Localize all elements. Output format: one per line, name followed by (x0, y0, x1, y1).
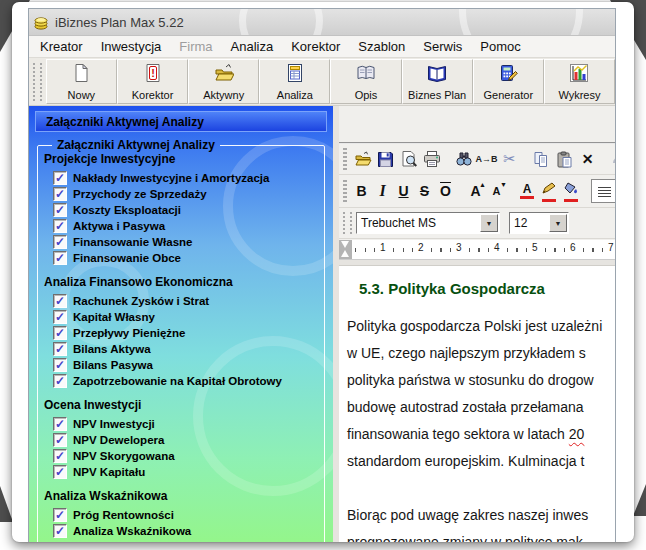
generator-button[interactable]: Generator (473, 59, 544, 104)
check-icon: ✓ (55, 313, 65, 322)
print-preview-button[interactable] (397, 148, 420, 170)
checkbox-row-npv-inwestycji[interactable]: ✓ NPV Inwestycji (53, 416, 318, 432)
strikethrough-button[interactable]: S (414, 180, 435, 202)
document-area[interactable]: 5.3. Polityka Gospodarcza Polityka gospo… (339, 266, 615, 542)
checkbox[interactable]: ✓ (53, 508, 67, 522)
checkbox-row-bilans-pasywa[interactable]: ✓ Bilans Pasywa (53, 357, 318, 373)
bold-button[interactable]: B (351, 180, 372, 202)
chevron-down-icon[interactable]: ▼ (480, 214, 498, 232)
menu-pomoc[interactable]: Pomoc (471, 39, 529, 54)
checkbox-row-koszty[interactable]: ✓ Koszty Eksploatacji (53, 202, 318, 218)
ruler-margin-marker[interactable] (339, 240, 352, 259)
attachments-groupbox: Załączniki Aktywnej Analizy Projekcje In… (37, 138, 325, 542)
checkbox-row-naklady[interactable]: ✓ Nakłady Inwestycyjne i Amortyzacja (53, 170, 318, 186)
open-button[interactable] (351, 148, 374, 170)
toolbar-grip[interactable] (33, 63, 42, 101)
checkbox-row-aktywa-pasywa[interactable]: ✓ Aktywa i Pasywa (53, 218, 318, 234)
document-line: w UE, czego najlepszym przykładem s (347, 340, 615, 367)
menu-korektor[interactable]: Korektor (282, 39, 349, 54)
swirl-decoration (459, 9, 583, 36)
overline-button[interactable]: O (435, 180, 456, 202)
checkbox[interactable]: ✓ (53, 310, 67, 324)
checkbox[interactable]: ✓ (53, 326, 67, 340)
checkbox[interactable]: ✓ (53, 171, 67, 185)
checkbox-row-prog[interactable]: ✓ Próg Rentowności (53, 507, 318, 523)
menu-bar: Kreator Inwestycja Firma Analiza Korekto… (29, 36, 615, 58)
check-icon: ✓ (55, 190, 65, 199)
checkbox[interactable]: ✓ (53, 294, 67, 308)
checkbox[interactable]: ✓ (53, 374, 67, 388)
fill-color-button[interactable] (560, 180, 582, 202)
toolbar-button-label: Korektor (132, 89, 174, 101)
italic-button[interactable]: I (372, 180, 393, 202)
copy-button[interactable] (530, 148, 553, 170)
justify-button[interactable] (591, 179, 615, 203)
check-icon: ✓ (55, 511, 65, 520)
corrector-button[interactable]: ! Korektor (117, 59, 188, 104)
menu-kreator[interactable]: Kreator (31, 39, 92, 54)
menu-analiza[interactable]: Analiza (222, 39, 283, 54)
toolbar-grip[interactable] (343, 148, 347, 170)
find-button[interactable] (452, 148, 475, 170)
checkbox-row-npv-skorygowana[interactable]: ✓ NPV Skorygowana (53, 448, 318, 464)
description-button[interactable]: Opis (330, 59, 401, 104)
chevron-down-icon[interactable]: ▼ (549, 214, 567, 232)
font-size-combobox[interactable]: 12 ▼ (509, 212, 569, 234)
checkbox[interactable]: ✓ (53, 433, 67, 447)
checkbox-row-fin-obce[interactable]: ✓ Finansowanie Obce (53, 250, 318, 266)
checkbox-row-analiza-wskaznikowa[interactable]: ✓ Analiza Wskaźnikowa (53, 523, 318, 539)
down-arrow-icon: ▼ (500, 181, 507, 188)
checkbox[interactable]: ✓ (53, 203, 67, 217)
highlight-pen-button[interactable] (538, 180, 560, 202)
menu-serwis[interactable]: Serwis (414, 39, 471, 54)
checkbox[interactable]: ✓ (53, 187, 67, 201)
cut-button[interactable]: ✂ (498, 148, 521, 170)
analysis-button[interactable]: Analiza (259, 59, 330, 104)
checkbox-row-bilans-aktywa[interactable]: ✓ Bilans Aktywa (53, 341, 318, 357)
charts-button[interactable]: Wykresy (544, 59, 615, 104)
checkbox[interactable]: ✓ (53, 449, 67, 463)
active-button[interactable]: Aktywny (188, 59, 259, 104)
generator-calculator-icon (498, 63, 518, 87)
ruler[interactable]: 1 2 3 4 5 6 7 (339, 240, 615, 260)
replace-button[interactable]: A→B (475, 148, 498, 170)
checkbox-row-npv-kapitalu[interactable]: ✓ NPV Kapitału (53, 464, 318, 480)
checkbox-label: Próg Rentowności (73, 509, 174, 521)
checkbox-row-rachunek[interactable]: ✓ Rachunek Zysków i Strat (53, 293, 318, 309)
checkbox[interactable]: ✓ (53, 251, 67, 265)
section-title-ocena: Ocena Inwestycji (44, 398, 318, 412)
checkbox[interactable]: ✓ (53, 417, 67, 431)
paint-bucket-icon (564, 180, 578, 198)
toolbar-grip[interactable] (343, 212, 352, 234)
checkbox[interactable]: ✓ (53, 524, 67, 538)
checkbox[interactable]: ✓ (53, 465, 67, 479)
increase-font-button[interactable]: A▲ (465, 180, 486, 202)
checkbox-row-zapotrzebowanie[interactable]: ✓ Zapotrzebowanie na Kapitał Obrotowy (53, 373, 318, 389)
editor-header-strip (339, 106, 615, 144)
checkbox-row-npv-dewelopera[interactable]: ✓ NPV Dewelopera (53, 432, 318, 448)
paste-button[interactable] (553, 148, 576, 170)
save-button[interactable] (374, 148, 397, 170)
font-name-value: Trebuchet MS (357, 216, 479, 230)
checkbox-row-przeplywy[interactable]: ✓ Przepływy Pieniężne (53, 325, 318, 341)
font-name-combobox[interactable]: Trebuchet MS ▼ (356, 212, 500, 234)
checkbox[interactable]: ✓ (53, 342, 67, 356)
underline-button[interactable]: U (393, 180, 414, 202)
business-plan-button[interactable]: Biznes Plan (402, 59, 473, 104)
checkbox-row-kapital-wlasny[interactable]: ✓ Kapitał Własny (53, 309, 318, 325)
title-bar[interactable]: iBiznes Plan Max 5.22 (29, 9, 615, 36)
new-button[interactable]: Nowy (46, 59, 117, 104)
checkbox[interactable]: ✓ (53, 219, 67, 233)
checkbox-row-fin-wlasne[interactable]: ✓ Finansowanie Własne (53, 234, 318, 250)
menu-szablon[interactable]: Szablon (349, 39, 414, 54)
toolbar-grip[interactable] (343, 180, 347, 202)
decrease-font-button[interactable]: A▼ (486, 180, 507, 202)
redo-button[interactable] (608, 148, 615, 170)
print-button[interactable] (420, 148, 443, 170)
checkbox-row-przychody[interactable]: ✓ Przychody ze Sprzedaży (53, 186, 318, 202)
font-color-button[interactable]: A (516, 180, 538, 202)
checkbox[interactable]: ✓ (53, 358, 67, 372)
checkbox[interactable]: ✓ (53, 235, 67, 249)
delete-button[interactable]: ✕ (576, 148, 599, 170)
menu-inwestycja[interactable]: Inwestycja (92, 39, 171, 54)
